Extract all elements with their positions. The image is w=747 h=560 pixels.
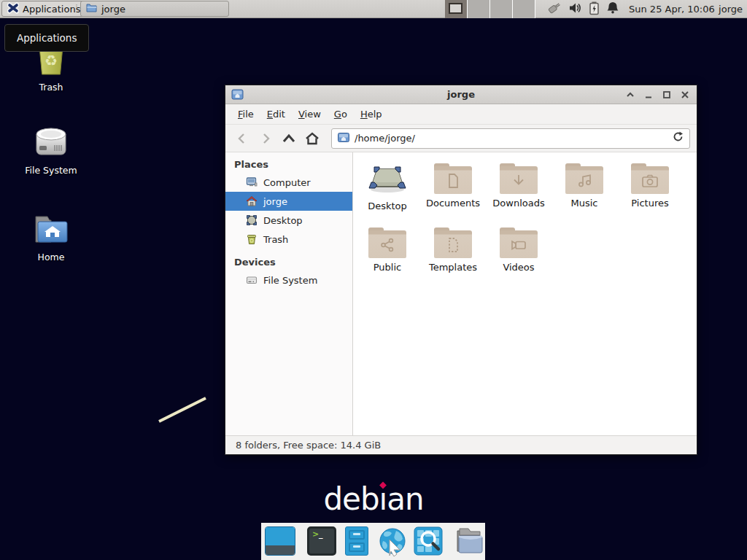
tooltip-text: Applications [17,32,77,44]
file-item-templates[interactable]: Templates [421,228,485,273]
sidebar-item-filesystem[interactable]: File System [225,271,352,289]
file-label: Public [374,262,401,273]
home-folder-icon [33,214,69,249]
file-item-documents[interactable]: Documents [421,163,485,211]
applications-menu-label: Applications [23,4,80,15]
terminal-icon: >_ [307,526,336,556]
file-manager-launcher[interactable] [342,526,371,556]
up-button[interactable] [279,128,299,149]
reload-icon[interactable] [673,131,684,145]
statusbar: 8 folders, Free space: 14.4 GiB [225,435,697,454]
app-finder-icon [414,526,443,556]
sidebar: Places Computer [225,152,353,435]
file-item-pictures[interactable]: Pictures [618,163,682,211]
home-button[interactable] [302,128,322,149]
network-icon[interactable] [546,1,562,18]
path-input[interactable]: /home/jorge/ [355,133,667,144]
music-folder-icon [565,163,603,194]
menu-file[interactable]: File [231,106,260,123]
system-tray [546,0,619,18]
web-browser-icon [377,526,408,557]
volume-icon[interactable] [568,1,582,18]
file-manager-window: jorge File Edit View Go Help [225,85,697,455]
places-header: Places [225,157,352,173]
workspace-1[interactable] [445,0,468,18]
panel-clock[interactable]: Sun 25 Apr, 10:06 [629,0,715,18]
file-item-music[interactable]: Music [552,163,616,211]
panel-handle[interactable]: ⁝ [74,3,80,15]
filesystem-icon [33,125,69,162]
sidebar-item-label: Desktop [263,215,303,226]
sidebar-item-label: Computer [263,177,311,188]
dock: >_ [261,523,485,560]
workspace-switcher[interactable] [445,0,535,18]
taskbar-folder-icon [86,3,97,15]
file-item-downloads[interactable]: Downloads [487,163,551,211]
file-label: Documents [426,198,480,209]
filesystem-label: File System [15,165,88,176]
applications-tooltip: Applications [4,24,89,52]
app-finder-launcher[interactable] [414,526,443,556]
maximize-button[interactable] [662,90,671,99]
terminal-launcher[interactable]: >_ [307,526,336,556]
file-item-public[interactable]: Public [355,228,419,273]
menu-view[interactable]: View [292,106,328,123]
desktop-folder-icon [368,163,407,197]
menu-edit[interactable]: Edit [260,106,292,123]
desktop-icon-home[interactable]: Home [15,214,88,262]
home-label: Home [15,252,88,262]
taskbar-window-button[interactable]: jorge [80,1,229,17]
svg-text:♻: ♻ [44,52,58,69]
file-item-desktop[interactable]: Desktop [355,163,419,211]
menubar: File Edit View Go Help [225,104,697,125]
path-bar[interactable]: /home/jorge/ [331,128,690,149]
battery-icon[interactable] [589,1,600,18]
drive-small-icon [246,274,258,286]
file-label: Pictures [631,198,668,209]
path-folder-icon [338,131,349,145]
panel-username[interactable]: jorge [719,0,743,18]
desktop-drawn-line [153,394,214,427]
desktop-icon [246,214,258,226]
forward-button[interactable] [255,128,276,149]
shade-button[interactable] [626,90,635,99]
file-item-videos[interactable]: Videos [487,228,551,273]
home-icon [246,195,258,207]
trash-label: Trash [15,82,88,93]
window-titlebar[interactable]: jorge [225,85,697,104]
computer-icon [246,176,258,188]
file-label: Templates [429,262,477,273]
top-panel: Applications ⁝ jorge [0,0,747,18]
web-browser-launcher[interactable] [377,526,408,556]
directory-menu-launcher[interactable] [454,526,485,556]
statusbar-text: 8 folders, Free space: 14.4 GiB [236,440,381,451]
minimize-button[interactable] [644,90,653,99]
menu-go[interactable]: Go [328,106,354,123]
sidebar-item-computer[interactable]: Computer [225,173,352,192]
workspace-3[interactable] [490,0,513,18]
file-label: Music [571,198,598,209]
sidebar-item-label: Trash [263,234,288,245]
directory-folder-icon [454,526,485,556]
window-folder-icon [231,89,244,103]
xfce-logo-icon [7,2,19,16]
back-button[interactable] [232,128,252,149]
file-label: Desktop [368,201,407,211]
sidebar-item-trash[interactable]: Trash [225,230,352,249]
notifications-icon[interactable] [606,1,619,18]
sidebar-item-desktop[interactable]: Desktop [225,211,352,230]
close-button[interactable] [681,90,689,99]
show-desktop-button[interactable] [265,526,295,556]
file-label: Videos [503,262,534,273]
trash-small-icon [246,233,258,245]
desktop-icon-filesystem[interactable]: File System [15,125,88,176]
file-view[interactable]: Desktop Documents [353,152,697,435]
file-manager-icon [345,526,368,556]
sidebar-item-jorge[interactable]: jorge [225,192,352,211]
sidebar-item-label: jorge [263,196,287,207]
workspace-4[interactable] [513,0,535,18]
workspace-2[interactable] [468,0,490,18]
menu-help[interactable]: Help [354,106,389,123]
documents-folder-icon [434,163,472,194]
templates-folder-icon [434,228,472,258]
